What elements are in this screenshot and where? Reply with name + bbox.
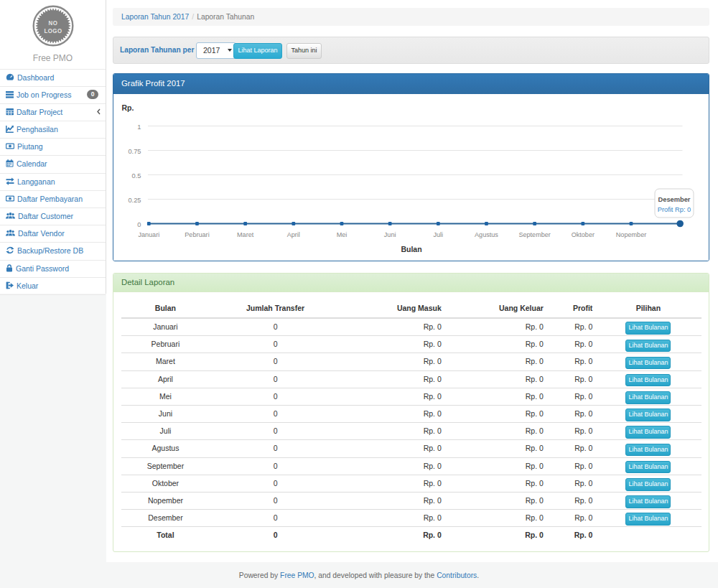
svg-text:1: 1 (137, 123, 141, 130)
svg-text:Rp.: Rp. (122, 103, 134, 111)
svg-text:Oktober: Oktober (572, 230, 595, 238)
svg-text:Juni: Juni (384, 230, 396, 238)
svg-text:Bulan: Bulan (401, 244, 421, 253)
svg-text:0.25: 0.25 (128, 196, 141, 203)
svg-text:LOGO: LOGO (44, 27, 62, 35)
svg-text:0: 0 (137, 220, 141, 228)
svg-text:Juli: Juli (433, 230, 443, 238)
svg-text:Profit Rp: 0: Profit Rp: 0 (658, 206, 691, 213)
svg-text:0.75: 0.75 (128, 147, 141, 154)
svg-text:0.5: 0.5 (132, 172, 141, 179)
svg-text:Mei: Mei (337, 230, 348, 238)
svg-text:Maret: Maret (237, 230, 254, 238)
svg-text:Januari: Januari (138, 230, 159, 238)
svg-text:Nopember: Nopember (616, 230, 646, 238)
svg-text:Agustus: Agustus (475, 230, 498, 238)
svg-text:September: September (518, 230, 550, 238)
svg-text:Pebruari: Pebruari (185, 230, 209, 238)
svg-text:NO: NO (48, 19, 57, 27)
svg-text:April: April (287, 230, 300, 238)
svg-text:Desember: Desember (658, 195, 691, 202)
